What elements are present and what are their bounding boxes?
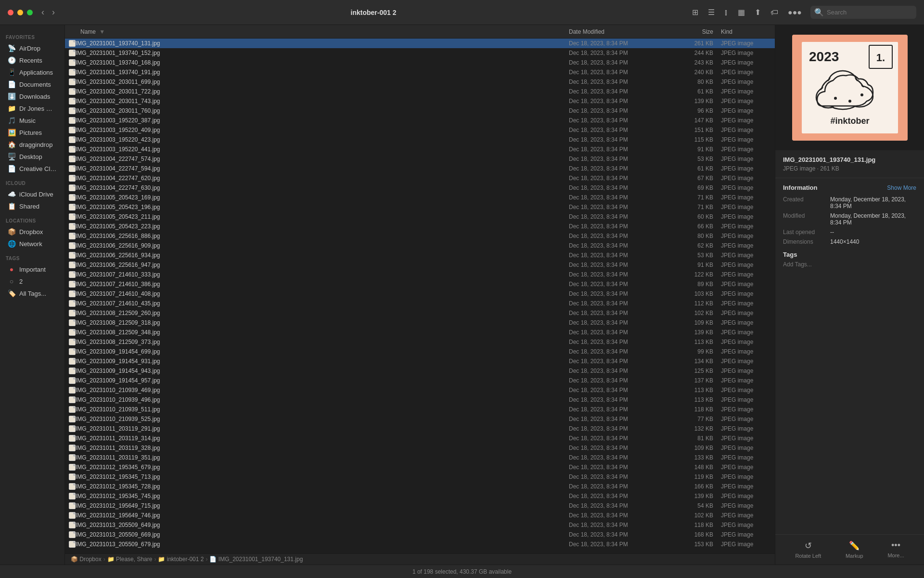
sidebar-item-documents[interactable]: 📄 Documents (2, 79, 63, 90)
add-tags[interactable]: Add Tags... (783, 261, 916, 268)
show-more-button[interactable]: Show More (887, 184, 916, 191)
view-icon-columns[interactable]: ⫿ (721, 6, 731, 19)
table-row[interactable]: IMG_20231008_212509_373.jpg Dec 18, 2023… (65, 337, 775, 347)
table-row[interactable]: IMG_20231006_225616_947.jpg Dec 18, 2023… (65, 260, 775, 270)
sidebar-item-draggindrop[interactable]: 🏠 draggindrop (2, 139, 63, 150)
sidebar-item-desktop[interactable]: 🖥️ Desktop (2, 151, 63, 162)
share-button[interactable]: ⬆ (752, 6, 764, 19)
table-row[interactable]: IMG_20231001_193740_191.jpg Dec 18, 2023… (65, 67, 775, 77)
table-row[interactable]: IMG_20231007_214610_333.jpg Dec 18, 2023… (65, 270, 775, 279)
more-options-button[interactable]: ●●● (785, 6, 805, 19)
sidebar-item-creative-cloud[interactable]: 📄 Creative Cloud... (2, 163, 63, 174)
table-row[interactable]: IMG_20231005_205423_211.jpg Dec 18, 2023… (65, 212, 775, 222)
table-row[interactable]: IMG_20231011_203119_291.jpg Dec 18, 2023… (65, 424, 775, 434)
breadcrumb-item[interactable]: 📁 inktober-001 2 (158, 556, 204, 563)
file-size: 240 KB (665, 69, 713, 76)
table-row[interactable]: IMG_20231012_195649_715.jpg Dec 18, 2023… (65, 501, 775, 511)
search-input[interactable] (827, 9, 912, 16)
sidebar-item-important[interactable]: ● Important (2, 263, 63, 275)
tag-button[interactable]: 🏷 (768, 6, 781, 19)
col-modified-header[interactable]: Date Modified (569, 28, 665, 35)
table-row[interactable]: IMG_20231009_191454_931.jpg Dec 18, 2023… (65, 356, 775, 366)
table-row[interactable]: IMG_20231010_210939_496.jpg Dec 18, 2023… (65, 395, 775, 405)
table-row[interactable]: IMG_20231013_205509_679.jpg Dec 18, 2023… (65, 539, 775, 549)
table-row[interactable]: IMG_20231004_222747_574.jpg Dec 18, 2023… (65, 154, 775, 164)
sidebar-item-shared[interactable]: 📋 Shared (2, 200, 63, 212)
table-row[interactable]: IMG_20231012_195345_728.jpg Dec 18, 2023… (65, 482, 775, 491)
table-row[interactable]: IMG_20231009_191454_957.jpg Dec 18, 2023… (65, 376, 775, 385)
sidebar-item-all-tags[interactable]: 🏷️ All Tags... (2, 288, 63, 299)
table-row[interactable]: IMG_20231009_191454_943.jpg Dec 18, 2023… (65, 366, 775, 376)
rotate-left-button[interactable]: ↺ Rotate Left (795, 540, 821, 559)
sidebar-item-airdrop[interactable]: 📡 AirDrop (2, 42, 63, 54)
table-row[interactable]: IMG_20231010_210939_525.jpg Dec 18, 2023… (65, 414, 775, 424)
table-row[interactable]: IMG_20231002_203011_743.jpg Dec 18, 2023… (65, 96, 775, 106)
view-icon-list[interactable]: ☰ (705, 6, 718, 19)
search-box[interactable]: 🔍 (810, 6, 916, 19)
table-row[interactable]: IMG_20231005_205423_169.jpg Dec 18, 2023… (65, 193, 775, 202)
table-row[interactable]: IMG_20231005_205423_196.jpg Dec 18, 2023… (65, 202, 775, 212)
col-name-header[interactable]: Name ▼ (69, 28, 569, 35)
sidebar-item-network[interactable]: 🌐 Network (2, 238, 63, 250)
col-kind-header[interactable]: Kind (713, 28, 771, 35)
table-row[interactable]: IMG_20231011_203119_351.jpg Dec 18, 2023… (65, 453, 775, 462)
minimize-button[interactable] (17, 10, 23, 15)
close-button[interactable] (8, 10, 13, 15)
table-row[interactable]: IMG_20231013_205509_649.jpg Dec 18, 2023… (65, 520, 775, 530)
col-size-header[interactable]: Size (665, 28, 713, 35)
sidebar-item-dropbox[interactable]: 📦 Dropbox (2, 226, 63, 237)
file-size: 71 KB (665, 194, 713, 201)
sidebar-item-dr-jones-drop[interactable]: 📁 Dr Jones Drop (2, 103, 63, 114)
sidebar-item-pictures[interactable]: 🖼️ Pictures (2, 127, 63, 138)
table-row[interactable]: IMG_20231002_203011_760.jpg Dec 18, 2023… (65, 106, 775, 116)
table-row[interactable]: IMG_20231010_210939_511.jpg Dec 18, 2023… (65, 405, 775, 414)
forward-button[interactable]: › (49, 5, 58, 19)
table-row[interactable]: IMG_20231011_203119_314.jpg Dec 18, 2023… (65, 434, 775, 443)
table-row[interactable]: IMG_20231003_195220_409.jpg Dec 18, 2023… (65, 125, 775, 135)
table-row[interactable]: IMG_20231012_195345_713.jpg Dec 18, 2023… (65, 472, 775, 482)
more-actions-button[interactable]: ••• More... (887, 540, 904, 559)
breadcrumb-item[interactable]: 📄 IMG_20231001_193740_131.jpg (209, 556, 303, 563)
table-row[interactable]: IMG_20231006_225616_934.jpg Dec 18, 2023… (65, 250, 775, 260)
table-row[interactable]: IMG_20231004_222747_594.jpg Dec 18, 2023… (65, 164, 775, 173)
table-row[interactable]: IMG_20231006_225616_886.jpg Dec 18, 2023… (65, 231, 775, 241)
sidebar-item-applications[interactable]: 📱 Applications (2, 66, 63, 78)
sidebar-item-recents[interactable]: 🕐 Recents (2, 54, 63, 66)
table-row[interactable]: IMG_20231002_203011_722.jpg Dec 18, 2023… (65, 87, 775, 96)
table-row[interactable]: IMG_20231012_195649_746.jpg Dec 18, 2023… (65, 511, 775, 520)
table-row[interactable]: IMG_20231005_205423_223.jpg Dec 18, 2023… (65, 222, 775, 231)
table-row[interactable]: IMG_20231012_195345_745.jpg Dec 18, 2023… (65, 491, 775, 501)
back-button[interactable]: ‹ (38, 5, 47, 19)
table-row[interactable]: IMG_20231009_191454_699.jpg Dec 18, 2023… (65, 347, 775, 356)
table-row[interactable]: IMG_20231001_193740_131.jpg Dec 18, 2023… (65, 39, 775, 48)
table-row[interactable]: IMG_20231003_195220_423.jpg Dec 18, 2023… (65, 135, 775, 144)
table-row[interactable]: IMG_20231011_203119_328.jpg Dec 18, 2023… (65, 443, 775, 453)
table-row[interactable]: IMG_20231003_195220_441.jpg Dec 18, 2023… (65, 144, 775, 154)
view-icon-gallery[interactable]: ▦ (735, 6, 748, 19)
table-row[interactable]: IMG_20231008_212509_348.jpg Dec 18, 2023… (65, 328, 775, 337)
table-row[interactable]: IMG_20231004_222747_630.jpg Dec 18, 2023… (65, 183, 775, 193)
table-row[interactable]: IMG_20231013_205509_669.jpg Dec 18, 2023… (65, 530, 775, 539)
table-row[interactable]: IMG_20231007_214610_408.jpg Dec 18, 2023… (65, 289, 775, 299)
table-row[interactable]: IMG_20231008_212509_318.jpg Dec 18, 2023… (65, 318, 775, 328)
table-row[interactable]: IMG_20231004_222747_620.jpg Dec 18, 2023… (65, 173, 775, 183)
sidebar-item-music[interactable]: 🎵 Music (2, 115, 63, 126)
sidebar-item-icloud-drive[interactable]: ☁️ iCloud Drive (2, 188, 63, 200)
breadcrumb-item[interactable]: 📦 Dropbox (71, 556, 102, 563)
table-row[interactable]: IMG_20231008_212509_260.jpg Dec 18, 2023… (65, 308, 775, 318)
markup-button[interactable]: ✏️ Markup (846, 540, 863, 559)
table-row[interactable]: IMG_20231010_210939_469.jpg Dec 18, 2023… (65, 385, 775, 395)
table-row[interactable]: IMG_20231002_203011_699.jpg Dec 18, 2023… (65, 77, 775, 87)
view-icon-grid[interactable]: ⊞ (689, 6, 701, 19)
table-row[interactable]: IMG_20231001_193740_152.jpg Dec 18, 2023… (65, 48, 775, 58)
sidebar-item-tag-2[interactable]: ○ 2 (2, 276, 63, 287)
maximize-button[interactable] (27, 10, 33, 15)
table-row[interactable]: IMG_20231012_195345_679.jpg Dec 18, 2023… (65, 462, 775, 472)
sidebar-item-downloads[interactable]: ⬇️ Downloads (2, 91, 63, 102)
table-row[interactable]: IMG_20231003_195220_387.jpg Dec 18, 2023… (65, 116, 775, 125)
table-row[interactable]: IMG_20231006_225616_909.jpg Dec 18, 2023… (65, 241, 775, 250)
table-row[interactable]: IMG_20231007_214610_386.jpg Dec 18, 2023… (65, 279, 775, 289)
table-row[interactable]: IMG_20231001_193740_168.jpg Dec 18, 2023… (65, 58, 775, 67)
breadcrumb-item[interactable]: 📁 Please, Share (107, 556, 153, 563)
table-row[interactable]: IMG_20231007_214610_435.jpg Dec 18, 2023… (65, 299, 775, 308)
